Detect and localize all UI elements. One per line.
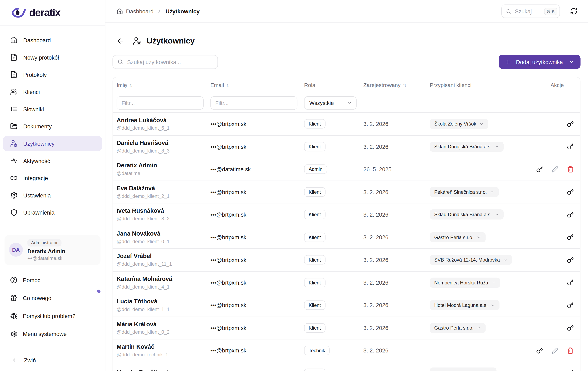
table-row: Daniela Havrišová @ddd_demo_klient_8_3 •… — [113, 135, 580, 158]
sidebar-item[interactable]: Słowniki — [3, 102, 102, 117]
add-user-button[interactable]: Dodaj użytkownika — [499, 55, 580, 69]
password-key-button[interactable] — [567, 302, 574, 309]
password-key-button[interactable] — [567, 234, 574, 241]
file-text-icon — [10, 71, 18, 78]
password-key-button[interactable] — [567, 120, 574, 127]
password-key-button[interactable] — [567, 279, 574, 286]
sidebar-item[interactable]: Aktywność — [3, 153, 102, 168]
registered-date: 3. 2. 2026 — [363, 257, 430, 263]
user-search-input[interactable]: Szukaj użytkownika... — [112, 55, 218, 69]
user-email: •••@datatime.sk — [27, 256, 65, 261]
registered-date: 3. 2. 2026 — [363, 234, 430, 241]
edit-button[interactable] — [552, 347, 558, 354]
role-badge: Klient — [304, 278, 325, 287]
assigned-client-chip[interactable]: SVB Ružová 12-14, Modrovka — [430, 255, 512, 265]
search-icon — [506, 9, 512, 14]
password-key-button[interactable] — [567, 143, 574, 150]
sidebar-item[interactable]: Dashboard — [3, 33, 102, 48]
sidebar-item[interactable]: Uprawnienia — [3, 205, 102, 220]
sidebar-item[interactable]: Klienci — [3, 84, 102, 99]
sort-icon: ↑↓ — [403, 82, 406, 88]
main-area: Dashboard Użytkownicy Szukaj... ⌘ K Użyt… — [105, 0, 588, 371]
role-badge: Klient — [304, 301, 325, 310]
refresh-button[interactable] — [570, 7, 578, 15]
assigned-client-chip[interactable]: Gastro Perla s.r.o. — [430, 232, 485, 242]
assigned-client-chip[interactable]: Gastro Perla s.r.o. — [430, 323, 485, 333]
assigned-client-chip[interactable]: Pekáreň Slnečnica s.r.o. — [430, 187, 499, 197]
delete-button[interactable] — [567, 347, 574, 354]
column-header-registered[interactable]: Zarejestrowany↑↓ — [363, 82, 430, 88]
breadcrumb-dashboard-link[interactable]: Dashboard — [116, 8, 154, 14]
user-row-name: Monika Benčíková — [116, 369, 210, 371]
help-circle-icon — [10, 276, 17, 283]
user-row-name: Lucia Tóthová — [116, 298, 210, 305]
user-row-name: Martin Kováč — [116, 344, 210, 350]
user-row-handle: @ddd_demo_klient_11_1 — [116, 261, 210, 267]
chevron-down-icon — [569, 59, 574, 64]
assigned-client-chip[interactable] — [430, 368, 497, 371]
breadcrumb-current: Użytkownicy — [166, 8, 200, 14]
user-name: Deratix Admin — [27, 248, 65, 254]
chevron-down-icon — [347, 100, 352, 105]
user-row-email: •••@brtpxm.sk — [210, 189, 304, 195]
password-key-button[interactable] — [536, 166, 543, 173]
table-row: Monika Benčíková Klient — [113, 362, 580, 371]
name-filter-input[interactable] — [116, 96, 204, 110]
assigned-client-chip[interactable]: Hotel Modrá Lagúna a.s. — [430, 300, 500, 310]
sidebar-item[interactable]: Nowy protokół — [3, 50, 102, 65]
avatar: DA — [9, 243, 23, 257]
global-search-input[interactable]: Szukaj... ⌘ K — [501, 5, 560, 18]
password-key-button[interactable] — [567, 211, 574, 218]
password-key-button[interactable] — [567, 257, 574, 263]
sidebar-footer-item[interactable]: Menu systemowe — [3, 326, 102, 341]
password-key-button[interactable] — [567, 370, 574, 371]
assigned-client-chip[interactable]: Sklad Dunajská Brána a.s. — [430, 210, 504, 220]
password-key-button[interactable] — [536, 347, 543, 354]
sidebar: deratix Dashboard Nowy protokół Protokoł… — [0, 0, 105, 371]
edit-button[interactable] — [552, 166, 558, 173]
registered-date: 3. 2. 2026 — [363, 143, 430, 150]
assigned-client-chip[interactable]: Sklad Dunajská Brána a.s. — [430, 142, 504, 152]
user-role-badge: Administrátor — [27, 239, 62, 247]
table-row: Deratix Admin @datatime •••@datatime.sk … — [113, 158, 580, 181]
user-row-handle: @ddd_demo_klient_0_2 — [116, 329, 210, 335]
column-header-clients: Przypisani klienci — [430, 82, 529, 88]
registered-date: 3. 2. 2026 — [363, 347, 430, 354]
column-header-name[interactable]: Imię↑↓ — [116, 82, 210, 88]
global-search-placeholder: Szukaj... — [515, 8, 537, 14]
sidebar-item[interactable]: Dokumenty — [3, 119, 102, 134]
sidebar-item[interactable]: Ustawienia — [3, 188, 102, 203]
back-button[interactable] — [116, 37, 124, 45]
user-row-handle: @ddd_demo_klient_6_1 — [116, 125, 210, 131]
table-header-row: Imię↑↓ Email↑↓ Rola Zarejestrowany↑↓ Prz… — [113, 77, 580, 93]
sidebar-footer-item[interactable]: Pomysł lub problem? — [3, 308, 102, 323]
assigned-client-chip[interactable]: Nemocnica Horská Ruža — [430, 277, 500, 288]
table-row: Jozef Vrábel @ddd_demo_klient_11_1 •••@b… — [113, 249, 580, 271]
email-filter-input[interactable] — [210, 96, 297, 110]
add-user-label: Dodaj użytkownika — [516, 59, 563, 65]
chevron-down-icon — [477, 235, 481, 240]
brand-logo[interactable]: deratix — [0, 0, 105, 26]
table-row: Lucia Tóthová @ddd_demo_klient_1_1 •••@b… — [113, 294, 580, 317]
password-key-button[interactable] — [567, 324, 574, 331]
role-badge: Klient — [304, 142, 325, 151]
user-card[interactable]: DA Administrátor Deratix Admin •••@datat… — [5, 235, 100, 265]
bug-icon — [10, 312, 17, 320]
registered-date: 3. 2. 2026 — [363, 211, 430, 218]
sidebar-item[interactable]: Protokoły — [3, 67, 102, 82]
password-key-button[interactable] — [567, 189, 574, 195]
sidebar-item[interactable]: Integracje — [3, 170, 102, 185]
delete-button[interactable] — [567, 166, 574, 173]
sidebar-footer-item-label: Menu systemowe — [23, 331, 67, 337]
chevron-down-icon — [479, 122, 484, 126]
role-badge: Klient — [304, 232, 325, 242]
role-filter-select[interactable]: Wszystkie — [304, 96, 357, 110]
sidebar-footer-item[interactable]: Pomoc — [3, 272, 102, 287]
collapse-sidebar-button[interactable]: Zwiń — [0, 349, 105, 371]
sidebar-footer-item[interactable]: Co nowego — [3, 291, 102, 305]
sidebar-item[interactable]: Użytkownicy — [3, 136, 102, 151]
column-header-email[interactable]: Email↑↓ — [210, 82, 304, 88]
assigned-client-chip[interactable]: Škola Zelený Vŕšok — [430, 119, 488, 129]
search-icon — [117, 59, 123, 65]
column-header-actions: Akcje — [529, 82, 580, 88]
